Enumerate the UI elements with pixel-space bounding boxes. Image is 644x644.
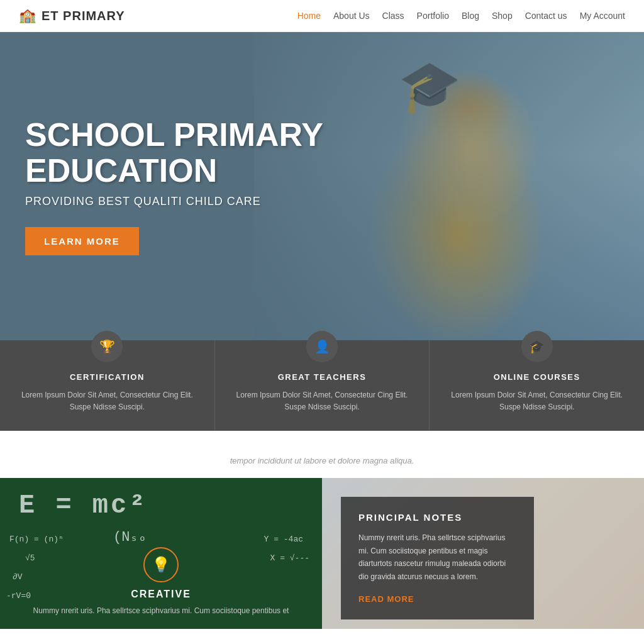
teachers-icon: 👤: [306, 331, 338, 362]
nav-account[interactable]: My Account: [580, 11, 625, 21]
creative-desc: Nummy nrerit uris. Pha sellrtsce sciphva…: [21, 605, 302, 616]
logo-icon: 🏫: [19, 8, 36, 24]
courses-icon: 🎓: [521, 331, 553, 362]
nav-about[interactable]: About Us: [333, 11, 370, 21]
nav-contact[interactable]: Contact us: [525, 11, 567, 21]
panel-principal: PRINCIPAL NOTES Nummy nrerit uris. Pha s…: [322, 478, 644, 629]
nav-blog[interactable]: Blog: [462, 11, 479, 21]
hero-section: SCHOOL PRIMARY EDUCATION PROVIDING BEST …: [0, 32, 644, 340]
middle-subtitle: tempor incididunt ut labore et dolore ma…: [19, 456, 625, 465]
read-more-link[interactable]: READ MORE: [358, 594, 414, 604]
bulb-emoji: 💡: [152, 556, 170, 574]
formula-7: (Nₛₒ: [113, 528, 147, 545]
bottom-panels: E = mc² F(n) = (n)ⁿ √5 ∂V -rV=0 Y = -4ac…: [0, 478, 644, 629]
principal-notes-card: PRINCIPAL NOTES Nummy nrerit uris. Pha s…: [341, 497, 534, 619]
principal-notes-desc: Nummy nrerit uris. Pha sellrtsce sciphva…: [358, 531, 516, 583]
courses-title: ONLINE COURSES: [445, 372, 629, 382]
formula-emc2: E = mc²: [19, 491, 147, 521]
nav-class[interactable]: Class: [382, 11, 404, 21]
nav-shop[interactable]: Shop: [492, 11, 513, 21]
hero-content: SCHOOL PRIMARY EDUCATION PROVIDING BEST …: [0, 117, 348, 255]
courses-desc: Lorem Ipsum Dolor Sit Amet, Consectetur …: [445, 389, 629, 413]
logo: 🏫 ET PRIMARY: [19, 8, 125, 24]
feature-card-certification: 🏆 CERTIFICATION Lorem Ipsum Dolor Sit Am…: [0, 340, 215, 431]
panel-left-content: 💡 CREATIVE Nummy nrerit uris. Pha sellrt…: [21, 547, 302, 616]
certification-icon: 🏆: [91, 331, 123, 362]
nav-portfolio[interactable]: Portfolio: [417, 11, 449, 21]
principal-notes-title: PRINCIPAL NOTES: [358, 512, 516, 523]
feature-card-teachers: 👤 GREAT TEACHERS Lorem Ipsum Dolor Sit A…: [215, 340, 430, 431]
hero-title-line1: SCHOOL PRIMARY: [25, 116, 323, 153]
teachers-title: GREAT TEACHERS: [230, 372, 414, 382]
panel-creative: E = mc² F(n) = (n)ⁿ √5 ∂V -rV=0 Y = -4ac…: [0, 478, 322, 629]
bulb-icon: 💡: [143, 547, 179, 582]
hero-subtitle: PROVIDING BEST QUALITI CHILD CARE: [25, 195, 323, 208]
teachers-desc: Lorem Ipsum Dolor Sit Amet, Consectetur …: [230, 389, 414, 413]
middle-section: tempor incididunt ut labore et dolore ma…: [0, 431, 644, 478]
hero-title: SCHOOL PRIMARY EDUCATION: [25, 117, 323, 189]
feature-card-courses: 🎓 ONLINE COURSES Lorem Ipsum Dolor Sit A…: [430, 340, 644, 431]
main-nav: Home About Us Class Portfolio Blog Shop …: [297, 11, 625, 21]
hero-title-line2: EDUCATION: [25, 152, 217, 189]
features-section: 🏆 CERTIFICATION Lorem Ipsum Dolor Sit Am…: [0, 340, 644, 431]
nav-home[interactable]: Home: [297, 11, 321, 21]
certification-title: CERTIFICATION: [15, 372, 199, 382]
formula-5: Y = -4ac: [264, 535, 303, 544]
formula-1: F(n) = (n)ⁿ: [9, 535, 64, 544]
certification-desc: Lorem Ipsum Dolor Sit Amet, Consectetur …: [15, 389, 199, 413]
learn-more-button[interactable]: LEARN MORE: [25, 227, 139, 255]
header: 🏫 ET PRIMARY Home About Us Class Portfol…: [0, 0, 644, 32]
logo-text: ET PRIMARY: [42, 9, 125, 23]
creative-title: CREATIVE: [21, 589, 302, 600]
